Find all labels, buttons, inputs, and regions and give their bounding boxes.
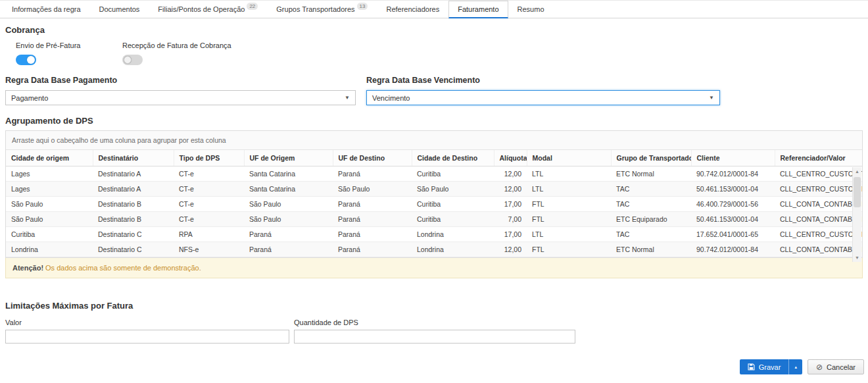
dps-grid: Arraste aqui o cabeçalho de uma coluna p…	[5, 130, 863, 258]
table-cell: São Paulo	[6, 197, 93, 212]
table-cell: 17,00	[494, 227, 527, 242]
table-cell: Destinatario C	[93, 242, 174, 257]
column-header[interactable]: Cidade de Destino	[412, 150, 494, 166]
table-cell: CLL_CENTRO_CUSTO: TL_DIST	[775, 227, 862, 242]
cobranca-toggles: Envio de Pré-Fatura Recepção de Fatura d…	[5, 41, 863, 65]
tab-badge: 22	[247, 3, 258, 10]
table-cell: 17.652.041/0001-65	[691, 227, 775, 242]
valor-input[interactable]	[5, 330, 289, 344]
chevron-down-icon: ▼	[709, 95, 714, 101]
tab-item[interactable]: Informações da regra	[3, 1, 90, 18]
table-cell: ETC Normal	[611, 166, 691, 182]
regra-pagamento-title: Regra Data Base Pagamento	[5, 76, 356, 85]
regra-pagamento-col: Regra Data Base Pagamento Pagamento ▼	[5, 76, 356, 105]
table-cell: CLL_CENTRO_CUSTO: LTL_DIST	[775, 166, 862, 182]
table-cell: CT-e	[174, 166, 244, 182]
save-icon	[748, 363, 755, 370]
column-header[interactable]: Cidade de origem	[6, 150, 93, 166]
table-cell: Paraná	[333, 227, 412, 242]
dps-table-body: LagesDestinatario ACT-eSanta CatarinaPar…	[6, 166, 862, 257]
tab-label: Grupos Transportadores	[276, 5, 354, 13]
save-options-button[interactable]: ▴	[788, 359, 802, 374]
column-header[interactable]: Alíquota	[494, 150, 527, 166]
toggle-switch[interactable]	[122, 55, 143, 65]
vertical-scrollbar[interactable]: ▲ ▼	[852, 167, 861, 262]
tab-label: Referenciadores	[386, 5, 439, 13]
tab-badge: 13	[357, 3, 368, 10]
tab-item[interactable]: Documentos	[90, 1, 149, 18]
limitacoes-fields: Valor Quantidade de DPS	[5, 319, 863, 344]
table-row[interactable]: São PauloDestinatario BCT-eSão PauloPara…	[6, 197, 862, 212]
table-cell: Paraná	[333, 197, 412, 212]
table-cell: São Paulo	[244, 197, 333, 212]
valor-label: Valor	[5, 319, 289, 326]
column-header[interactable]: UF de Origem	[244, 150, 333, 166]
table-row[interactable]: LagesDestinatario ACT-eSanta CatarinaSão…	[6, 182, 862, 197]
tab-label: Informações da regra	[12, 5, 81, 13]
table-row[interactable]: São PauloDestinatario BCT-eSão PauloPara…	[6, 212, 862, 227]
table-cell: Destinatario A	[93, 182, 174, 197]
valor-field-group: Valor	[5, 319, 289, 344]
table-cell: Lages	[6, 182, 93, 197]
column-header[interactable]: UF de Destino	[333, 150, 412, 166]
table-cell: Santa Catarina	[244, 166, 333, 182]
scrollbar-thumb[interactable]	[854, 177, 861, 207]
table-cell: Curitiba	[6, 227, 93, 242]
tab-item[interactable]: Faturamento	[448, 1, 508, 18]
toggle-group-recepcao-fatura: Recepção de Fatura de Cobrança	[122, 41, 231, 65]
table-cell: TAC	[611, 197, 691, 212]
table-cell: CLL_CONTA_CONTABIL: DEPART_B	[775, 212, 862, 227]
tab-label: Filiais/Pontos de Operação	[158, 5, 245, 13]
table-row[interactable]: LondrinaDestinatario CNFS-eParanáParanáL…	[6, 242, 862, 257]
regra-pagamento-select[interactable]: Pagamento ▼	[5, 90, 356, 105]
table-cell: Destinatario B	[93, 212, 174, 227]
table-cell: CLL_CONTA_CONTABIL: DEPART_A	[775, 242, 862, 257]
table-row[interactable]: LagesDestinatario ACT-eSanta CatarinaPar…	[6, 166, 862, 182]
column-header[interactable]: Modal	[527, 150, 611, 166]
scroll-down-icon[interactable]: ▼	[855, 253, 859, 262]
table-cell: ETC Normal	[611, 242, 691, 257]
column-header[interactable]: Destinatário	[93, 150, 174, 166]
dps-header-row: Cidade de origemDestinatárioTipo de DPSU…	[6, 150, 862, 166]
toggle-switch[interactable]	[16, 55, 36, 65]
select-value: Vencimento	[372, 94, 410, 102]
group-drop-panel[interactable]: Arraste aqui o cabeçalho de uma coluna p…	[6, 131, 862, 150]
column-header[interactable]: Grupo de Transportador	[611, 150, 691, 166]
tab-item[interactable]: Resumo	[508, 1, 554, 18]
table-cell: São Paulo	[333, 182, 412, 197]
table-cell: 12,00	[494, 166, 527, 182]
dps-table: Cidade de origemDestinatárioTipo de DPSU…	[6, 150, 862, 257]
table-cell: Londrina	[6, 242, 93, 257]
toggle-label: Envio de Pré-Fatura	[16, 41, 112, 49]
tab-item[interactable]: Filiais/Pontos de Operação22	[149, 1, 267, 18]
column-header[interactable]: Cliente	[691, 150, 775, 166]
cancel-button[interactable]: ⊘ Cancelar	[808, 359, 864, 374]
column-header[interactable]: Tipo de DPS	[174, 150, 244, 166]
table-cell: CLL_CENTRO_CUSTO: TL_DIST	[775, 182, 862, 197]
table-cell: 46.400.729/0001-56	[691, 197, 775, 212]
column-header[interactable]: Referenciador/Valor	[775, 150, 862, 166]
table-cell: São Paulo	[244, 212, 333, 227]
cobranca-section-title: Cobrança	[5, 25, 863, 35]
save-button[interactable]: Gravar	[740, 359, 789, 374]
quantidade-dps-input[interactable]	[294, 330, 575, 344]
toggle-group-envio-pre-fatura: Envio de Pré-Fatura	[16, 41, 112, 65]
table-row[interactable]: CuritibaDestinatario CRPAParanáParanáLon…	[6, 227, 862, 242]
table-cell: CT-e	[174, 182, 244, 197]
quantidade-dps-field-group: Quantidade de DPS	[294, 319, 575, 344]
tab-item[interactable]: Grupos Transportadores13	[267, 1, 377, 18]
tab-item[interactable]: Referenciadores	[377, 1, 448, 18]
limitacoes-section-title: Limitações Máximas por Fatura	[5, 301, 863, 311]
regra-vencimento-select[interactable]: Vencimento ▼	[366, 90, 720, 105]
table-cell: Curitiba	[412, 166, 494, 182]
table-cell: ETC Equiparado	[611, 212, 691, 227]
scroll-up-icon[interactable]: ▲	[855, 167, 859, 176]
table-cell: Londrina	[412, 242, 494, 257]
table-cell: LTL	[527, 182, 611, 197]
table-cell: 7,00	[494, 212, 527, 227]
warning-text: Os dados acima são somente de demonstraç…	[45, 264, 201, 272]
content: Cobrança Envio de Pré-Fatura Recepção de…	[0, 18, 868, 344]
toggle-label: Recepção de Fatura de Cobrança	[122, 41, 231, 49]
table-cell: Paraná	[244, 227, 333, 242]
table-cell: FTL	[527, 197, 611, 212]
